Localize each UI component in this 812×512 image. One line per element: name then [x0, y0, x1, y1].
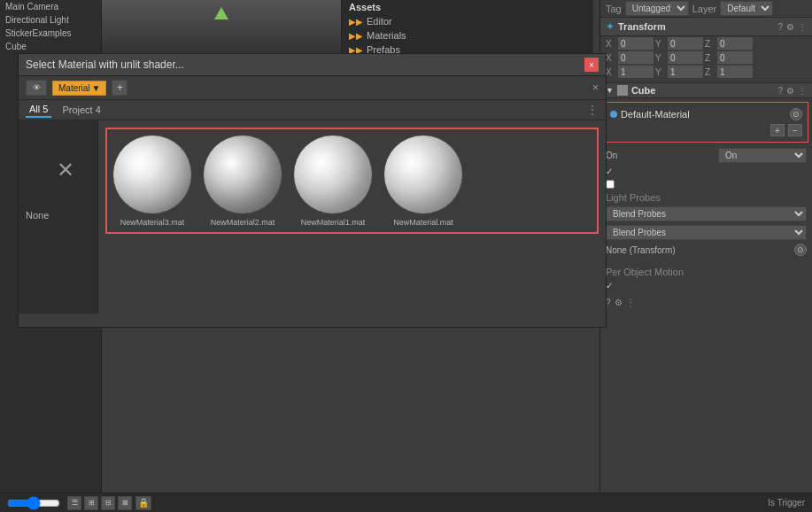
material-item-2[interactable]: NewMaterial1.mat — [293, 135, 373, 227]
material-selector-title: Select Material with unlit shader... — [26, 58, 184, 71]
mesh-menu-icon[interactable]: ⋮ — [798, 86, 807, 96]
transform-settings-icon[interactable]: ⚙ — [786, 22, 794, 32]
material-select-btn[interactable]: ⊙ — [790, 108, 802, 120]
remove-material-btn[interactable]: − — [788, 124, 802, 136]
layer-dropdown[interactable]: Default — [720, 1, 773, 16]
tag-dropdown[interactable]: Untagged — [625, 1, 689, 16]
material-selector-content: ✕ None NewMaterial3.mat NewMaterial2.mat… — [19, 120, 606, 314]
tag-label: Tag — [606, 4, 622, 14]
none-transform-select-btn[interactable]: ⊙ — [794, 244, 807, 256]
transform-icon: ✦ — [606, 20, 615, 33]
assets-panel: Assets ▶▶ Editor ▶▶ Materials ▶▶ Prefabs — [341, 0, 593, 53]
material-label-2: NewMaterial1.mat — [301, 218, 366, 227]
on-dropdown[interactable]: On — [718, 148, 807, 163]
tabs-options-icon[interactable]: ⋮ — [586, 103, 599, 117]
blend-probes-row2: Blend Probes — [600, 223, 812, 242]
y-label: Y — [655, 39, 666, 49]
per-object-checkmark: ✓ — [606, 281, 613, 291]
pos-x-input[interactable] — [618, 37, 653, 50]
on-label: On — [606, 151, 715, 160]
zoom-slider[interactable] — [7, 496, 60, 510]
on-checkmark-row: ✓ — [600, 165, 812, 178]
ry-label: Y — [655, 53, 666, 63]
extra-checkbox[interactable] — [606, 180, 615, 189]
material-item-0[interactable]: NewMaterial3.mat — [112, 135, 192, 227]
tab-project-count: 4 — [96, 105, 101, 115]
hierarchy-item-light[interactable]: Directional Light — [0, 13, 101, 27]
material-selector-title-box: Select Material with unlit shader... — [26, 58, 581, 71]
scale-y-input[interactable] — [668, 66, 703, 78]
blend-probes-dropdown1[interactable]: Blend Probes — [606, 206, 807, 221]
hierarchy-item-camera[interactable]: Main Camera — [0, 0, 101, 13]
tab-project[interactable]: Project 4 — [58, 103, 104, 117]
hierarchy-item-sticker[interactable]: StickerExamples — [0, 27, 101, 40]
on-row: On On — [600, 146, 812, 165]
extra-check-row — [600, 178, 812, 190]
add-material-btn[interactable]: + — [770, 124, 785, 136]
on-checkmark: ✓ — [606, 167, 613, 176]
lock-btn[interactable]: 🔒 — [135, 496, 151, 510]
material-selector-topbar: Select Material with unlit shader... × — [19, 54, 606, 76]
position-row: X Y Z — [600, 36, 812, 50]
none-transform-row: None (Transform) ⊙ — [600, 242, 812, 258]
sy-label: Y — [655, 67, 666, 77]
material-sphere-1 — [203, 135, 282, 214]
rot-x-input[interactable] — [618, 51, 653, 64]
tab-all[interactable]: All 5 — [26, 102, 51, 118]
tag-layer-bar: Tag Untagged Layer Default — [600, 0, 812, 18]
transform-menu-icon[interactable]: ⋮ — [798, 22, 807, 32]
transform-help-icon[interactable]: ? — [777, 22, 783, 32]
assets-header: Assets — [342, 0, 593, 14]
material-grid-bordered: NewMaterial3.mat NewMaterial2.mat NewMat… — [105, 128, 599, 234]
mesh-renderer-title: Cube — [631, 85, 775, 96]
assets-title: Assets — [349, 2, 381, 12]
mesh-help-icon[interactable]: ? — [777, 86, 783, 96]
material-selector-close-btn[interactable]: × — [584, 58, 599, 72]
rx-label: X — [606, 53, 616, 63]
per-object-motion-label: Per Object Motion — [600, 265, 812, 279]
mesh-renderer-collapse-icon[interactable]: ▼ — [606, 86, 614, 95]
material-sphere-0 — [112, 135, 192, 214]
materials-box: Default-Material ⊙ + − — [604, 102, 808, 143]
eye-btn[interactable]: 👁 — [26, 80, 47, 96]
insp-settings-icon[interactable]: ⚙ — [615, 298, 623, 307]
material-dot — [610, 111, 617, 118]
toolbar-close-btn[interactable]: × — [592, 81, 599, 94]
editor-folder-label: Editor — [367, 16, 392, 27]
rot-z-input[interactable] — [717, 51, 753, 64]
material-sphere-2 — [293, 135, 373, 214]
light-probes-section-label: Light Probes — [600, 190, 812, 205]
inspector-bottom-icons: ? ⚙ ⋮ — [600, 296, 812, 309]
material-item-1[interactable]: NewMaterial2.mat — [203, 135, 282, 227]
list-view-btn[interactable]: ☰ — [67, 496, 81, 510]
grid-view-btn[interactable]: ⊞ — [84, 496, 98, 510]
is-trigger-label: Is Trigger — [768, 498, 805, 508]
material-type-dropdown-btn[interactable]: Material ▼ — [52, 81, 106, 96]
rot-y-input[interactable] — [668, 51, 703, 64]
sidebar-none-item[interactable]: ✕ None — [22, 128, 94, 223]
none-x-icon: ✕ — [26, 130, 105, 210]
material-label-1: NewMaterial2.mat — [211, 218, 275, 227]
folder-icon: ▶▶ — [349, 17, 363, 27]
scale-x-input[interactable] — [618, 66, 653, 78]
scale-z-input[interactable] — [717, 66, 753, 78]
blend-probes-row1: Blend Probes — [600, 205, 812, 223]
view-icons: ☰ ⊞ ⊟ ⊠ — [67, 496, 132, 510]
assets-materials-folder[interactable]: ▶▶ Materials — [342, 28, 593, 43]
pos-y-input[interactable] — [668, 37, 703, 50]
mesh-settings-icon[interactable]: ⚙ — [786, 86, 794, 96]
pos-z-input[interactable] — [717, 37, 753, 50]
inspector-panel: Tag Untagged Layer Default ✦ Transform ?… — [599, 0, 812, 512]
sx-label: X — [606, 67, 616, 77]
tab-project-label: Project — [62, 105, 92, 115]
extra-view-btn[interactable]: ⊠ — [118, 496, 132, 510]
add-material-popup-btn[interactable]: + — [112, 80, 128, 96]
material-item-3[interactable]: NewMaterial.mat — [383, 135, 463, 227]
insp-menu-icon[interactable]: ⋮ — [626, 298, 635, 307]
material-label-0: NewMaterial3.mat — [120, 218, 185, 227]
material-label-3: NewMaterial.mat — [393, 218, 453, 227]
hierarchy-item-cube[interactable]: Cube — [0, 40, 101, 53]
large-grid-btn[interactable]: ⊟ — [101, 496, 115, 510]
assets-editor-folder[interactable]: ▶▶ Editor — [342, 14, 593, 28]
blend-probes-dropdown2[interactable]: Blend Probes — [606, 225, 807, 240]
